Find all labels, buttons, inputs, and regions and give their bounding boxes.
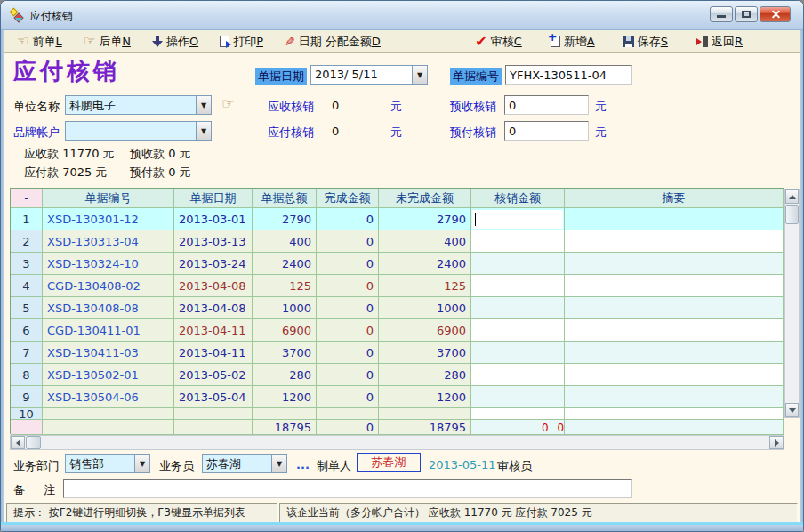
cell-memo[interactable] bbox=[565, 253, 784, 275]
cell-undone-amount[interactable] bbox=[379, 408, 471, 420]
cell-total-amount[interactable] bbox=[253, 408, 317, 420]
cell-undone-amount[interactable]: 3700 bbox=[379, 342, 471, 364]
column-header-4[interactable]: 完成金额 bbox=[317, 189, 379, 208]
minimize-button[interactable] bbox=[710, 6, 733, 22]
cell-doc-code[interactable]: XSD-130411-03 bbox=[43, 342, 174, 364]
brand-combo[interactable]: ▼ bbox=[65, 121, 212, 141]
cell-doc-code[interactable]: CGD-130408-02 bbox=[43, 275, 174, 297]
cell-undone-amount[interactable]: 1200 bbox=[379, 386, 471, 408]
cell-total-amount[interactable]: 6900 bbox=[253, 319, 317, 342]
cell-memo[interactable] bbox=[565, 342, 784, 364]
cell-memo[interactable] bbox=[565, 208, 784, 230]
table-row-8[interactable]: 8XSD-130502-012013-05-022800280 bbox=[11, 364, 784, 386]
cell-done-amount[interactable]: 0 bbox=[317, 342, 379, 364]
cell-total-amount[interactable]: 2790 bbox=[253, 208, 317, 230]
doc-date-dropdown-icon[interactable]: ▼ bbox=[412, 66, 427, 84]
cell-writeoff-amount[interactable] bbox=[471, 230, 565, 253]
cell-undone-amount[interactable]: 2790 bbox=[379, 208, 471, 230]
writeoff-amount-editor[interactable] bbox=[472, 210, 563, 229]
column-header-5[interactable]: 未完成金额 bbox=[379, 189, 471, 208]
cell-total-amount[interactable]: 400 bbox=[253, 230, 317, 253]
toolbar-button-next-doc[interactable]: ☞ 后单N bbox=[80, 32, 134, 52]
cell-done-amount[interactable]: 0 bbox=[317, 253, 379, 275]
cell-memo[interactable] bbox=[565, 364, 784, 386]
cell-memo[interactable] bbox=[565, 275, 784, 297]
cell-undone-amount[interactable]: 1000 bbox=[379, 297, 471, 319]
close-button[interactable] bbox=[760, 6, 791, 22]
cell-total-amount[interactable]: 1000 bbox=[253, 297, 317, 319]
cell-writeoff-amount[interactable] bbox=[471, 364, 565, 386]
toolbar-button-prev-doc[interactable]: ☜ 前单L bbox=[13, 32, 66, 52]
cell-doc-code[interactable]: XSD-130301-12 bbox=[43, 208, 174, 230]
cell-doc-code[interactable]: XSD-130313-04 bbox=[43, 230, 174, 253]
table-row-1[interactable]: 1XSD-130301-122013-03-01279002790 bbox=[11, 208, 784, 230]
column-header-2[interactable]: 单据日期 bbox=[174, 189, 253, 208]
v-scroll-thumb[interactable] bbox=[785, 205, 799, 224]
row-number[interactable]: 3 bbox=[11, 253, 43, 275]
cell-done-amount[interactable]: 0 bbox=[317, 275, 379, 297]
cell-doc-code[interactable]: XSD-130504-06 bbox=[43, 386, 174, 408]
v-scroll-down-button[interactable] bbox=[785, 403, 799, 417]
cell-memo[interactable] bbox=[565, 386, 784, 408]
row-number[interactable]: 2 bbox=[11, 230, 43, 253]
cell-done-amount[interactable]: 0 bbox=[317, 386, 379, 408]
cell-total-amount[interactable]: 280 bbox=[253, 364, 317, 386]
cell-total-amount[interactable]: 1200 bbox=[253, 386, 317, 408]
cell-writeoff-amount[interactable] bbox=[471, 319, 565, 342]
cell-memo[interactable] bbox=[565, 408, 784, 420]
cell-writeoff-amount[interactable] bbox=[471, 342, 565, 364]
cell-undone-amount[interactable]: 280 bbox=[379, 364, 471, 386]
table-row-10[interactable]: 10 bbox=[11, 408, 784, 420]
table-row-7[interactable]: 7XSD-130411-032013-04-11370003700 bbox=[11, 342, 784, 364]
row-number[interactable]: 4 bbox=[11, 275, 43, 297]
dept-dropdown-icon[interactable]: ▼ bbox=[134, 455, 149, 472]
cell-doc-date[interactable] bbox=[174, 408, 253, 420]
cell-memo[interactable] bbox=[565, 297, 784, 319]
cell-total-amount[interactable]: 3700 bbox=[253, 342, 317, 364]
column-header-6[interactable]: 核销金额 bbox=[471, 189, 565, 208]
unit-combo[interactable]: 科鹏电子 ▼ bbox=[65, 95, 212, 115]
cell-doc-date[interactable]: 2013-04-08 bbox=[174, 275, 253, 297]
cell-doc-date[interactable]: 2013-03-13 bbox=[174, 230, 253, 253]
column-header-0[interactable]: - bbox=[11, 189, 43, 208]
note-input[interactable] bbox=[63, 479, 632, 498]
cell-undone-amount[interactable]: 400 bbox=[379, 230, 471, 253]
cell-doc-code[interactable] bbox=[43, 408, 174, 420]
table-row-9[interactable]: 9XSD-130504-062013-05-04120001200 bbox=[11, 386, 784, 408]
toolbar-button-save[interactable]: 保存S bbox=[620, 32, 671, 52]
cell-done-amount[interactable]: 0 bbox=[317, 364, 379, 386]
row-number[interactable]: 6 bbox=[11, 319, 43, 342]
cell-done-amount[interactable]: 0 bbox=[317, 297, 379, 319]
h-scrollbar[interactable] bbox=[10, 435, 784, 450]
h-scroll-right-button[interactable] bbox=[769, 436, 784, 449]
cell-doc-code[interactable]: CGD-130411-01 bbox=[43, 319, 174, 342]
cell-doc-code[interactable]: XSD-130324-10 bbox=[43, 253, 174, 275]
brand-dropdown-icon[interactable]: ▼ bbox=[196, 122, 211, 140]
hand-pointer-icon[interactable]: ☞ bbox=[221, 94, 235, 112]
row-number[interactable]: 9 bbox=[11, 386, 43, 408]
cell-writeoff-amount[interactable] bbox=[471, 253, 565, 275]
toolbar-button-new[interactable]: 新增A bbox=[547, 32, 599, 52]
cell-done-amount[interactable]: 0 bbox=[317, 230, 379, 253]
row-number[interactable]: 8 bbox=[11, 364, 43, 386]
table-row-4[interactable]: 4CGD-130408-022013-04-081250125 bbox=[11, 275, 784, 297]
h-scroll-thumb[interactable] bbox=[26, 436, 41, 449]
cell-doc-date[interactable]: 2013-04-08 bbox=[174, 297, 253, 319]
salesman-dropdown-icon[interactable]: ▼ bbox=[271, 455, 286, 472]
cell-undone-amount[interactable]: 2400 bbox=[379, 253, 471, 275]
cell-done-amount[interactable]: 0 bbox=[317, 319, 379, 342]
doc-date-combo[interactable]: 2013/ 5/11 ▼ bbox=[310, 65, 428, 85]
cell-undone-amount[interactable]: 125 bbox=[379, 275, 471, 297]
cell-done-amount[interactable]: 0 bbox=[317, 208, 379, 230]
cell-memo[interactable] bbox=[565, 230, 784, 253]
cell-total-amount[interactable]: 125 bbox=[253, 275, 317, 297]
cell-doc-code[interactable]: XSD-130408-08 bbox=[43, 297, 174, 319]
cell-writeoff-amount[interactable] bbox=[471, 275, 565, 297]
table-row-6[interactable]: 6CGD-130411-012013-04-11690006900 bbox=[11, 319, 784, 342]
cell-doc-date[interactable]: 2013-05-02 bbox=[174, 364, 253, 386]
row-number[interactable]: 10 bbox=[11, 408, 43, 420]
cell-done-amount[interactable] bbox=[317, 408, 379, 420]
cell-doc-date[interactable]: 2013-04-11 bbox=[174, 319, 253, 342]
cell-doc-date[interactable]: 2013-04-11 bbox=[174, 342, 253, 364]
table-row-2[interactable]: 2XSD-130313-042013-03-134000400 bbox=[11, 230, 784, 253]
